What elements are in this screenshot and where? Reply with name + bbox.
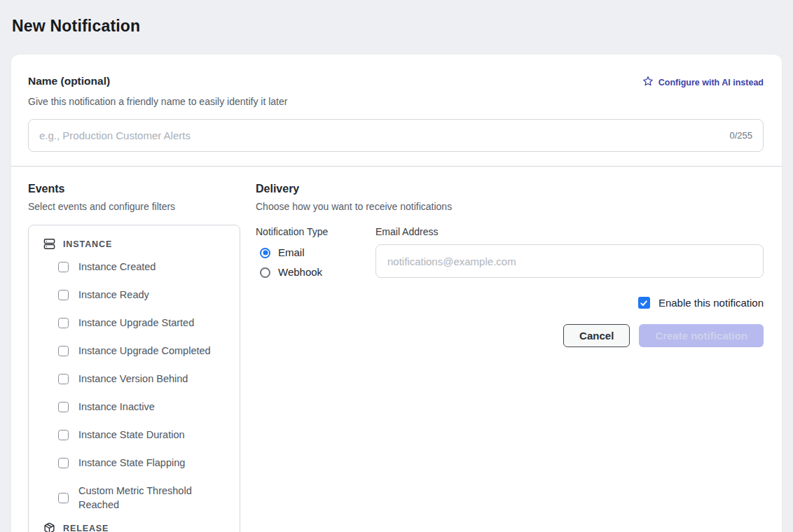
event-item[interactable]: Instance Inactive	[43, 393, 227, 421]
new-notification-card: Name (optional) Configure with AI instea…	[11, 55, 782, 532]
enable-notification-toggle[interactable]: Enable this notification	[256, 297, 764, 309]
events-description: Select events and configure filters	[28, 200, 240, 214]
radio-icon[interactable]	[260, 267, 270, 278]
package-icon	[43, 522, 55, 532]
form-actions: Cancel Create notification	[256, 324, 764, 347]
event-item[interactable]: Instance Created	[43, 253, 227, 281]
cancel-button[interactable]: Cancel	[563, 324, 630, 347]
event-item[interactable]: Instance Ready	[43, 281, 227, 309]
delivery-title: Delivery	[256, 181, 764, 196]
event-label: Instance State Duration	[78, 428, 185, 442]
radio-option-email[interactable]: Email	[256, 246, 375, 260]
email-address-label: Email Address	[375, 225, 764, 238]
page-title: New Notification	[0, 0, 793, 38]
event-checkbox[interactable]	[58, 290, 69, 300]
event-checkbox[interactable]	[58, 262, 69, 272]
name-input-wrapper: 0/255	[28, 119, 764, 152]
radio-option-webhook[interactable]: Webhook	[256, 265, 375, 279]
event-label: Instance Upgrade Started	[78, 316, 194, 330]
name-input[interactable]	[39, 130, 721, 141]
enable-notification-label: Enable this notification	[658, 297, 764, 309]
name-description: Give this notification a friendly name t…	[28, 95, 764, 108]
enable-notification-checkbox[interactable]	[638, 297, 650, 309]
event-checkbox[interactable]	[58, 493, 69, 503]
radio-label: Webhook	[278, 265, 322, 279]
event-checkbox[interactable]	[58, 346, 69, 356]
event-label: Instance Version Behind	[78, 372, 188, 386]
event-item[interactable]: Instance Upgrade Started	[43, 309, 227, 337]
event-item[interactable]: Instance State Duration	[43, 421, 227, 449]
delivery-description: Choose how you want to receive notificat…	[256, 200, 764, 214]
event-label: Instance State Flapping	[78, 456, 185, 470]
name-section: Name (optional) Configure with AI instea…	[11, 55, 782, 152]
create-notification-button[interactable]: Create notification	[639, 324, 764, 347]
event-label: Custom Metric Threshold Reached	[78, 484, 227, 512]
star-icon	[642, 76, 654, 89]
event-label: Instance Created	[78, 260, 156, 274]
email-address-group: Email Address	[375, 225, 764, 279]
events-listbox: INSTANCEInstance CreatedInstance ReadyIn…	[28, 225, 240, 532]
name-label: Name (optional)	[28, 74, 110, 88]
ai-link-label: Configure with AI instead	[658, 78, 764, 88]
event-group-header: RELEASE	[43, 520, 227, 532]
notification-type-label: Notification Type	[256, 225, 375, 238]
char-counter: 0/255	[729, 130, 752, 141]
page-background: { "page": { "title": "New Notification" …	[0, 0, 793, 532]
event-checkbox[interactable]	[58, 318, 69, 328]
event-group-header: INSTANCE	[43, 236, 227, 253]
event-label: Instance Ready	[78, 288, 149, 302]
event-label: Instance Inactive	[78, 400, 155, 414]
check-icon	[640, 299, 648, 307]
event-label: Instance Upgrade Completed	[78, 344, 211, 358]
event-item[interactable]: Custom Metric Threshold Reached	[43, 477, 227, 519]
event-checkbox[interactable]	[58, 430, 69, 440]
event-group-label: INSTANCE	[63, 239, 112, 249]
events-column: Events Select events and configure filte…	[28, 181, 240, 532]
delivery-column: Delivery Choose how you want to receive …	[256, 181, 764, 347]
notification-type-group: Notification Type EmailWebhook	[256, 225, 375, 279]
event-checkbox[interactable]	[58, 458, 69, 468]
events-title: Events	[28, 181, 240, 196]
server-icon	[43, 238, 55, 250]
radio-label: Email	[278, 246, 305, 260]
event-checkbox[interactable]	[58, 402, 69, 412]
event-checkbox[interactable]	[58, 374, 69, 384]
event-item[interactable]: Instance Version Behind	[43, 365, 227, 393]
configure-with-ai-button[interactable]: Configure with AI instead	[642, 74, 764, 89]
email-input[interactable]	[375, 244, 764, 278]
event-item[interactable]: Instance State Flapping	[43, 449, 227, 477]
radio-icon[interactable]	[260, 248, 270, 258]
event-item[interactable]: Instance Upgrade Completed	[43, 337, 227, 365]
event-group-label: RELEASE	[63, 524, 109, 532]
